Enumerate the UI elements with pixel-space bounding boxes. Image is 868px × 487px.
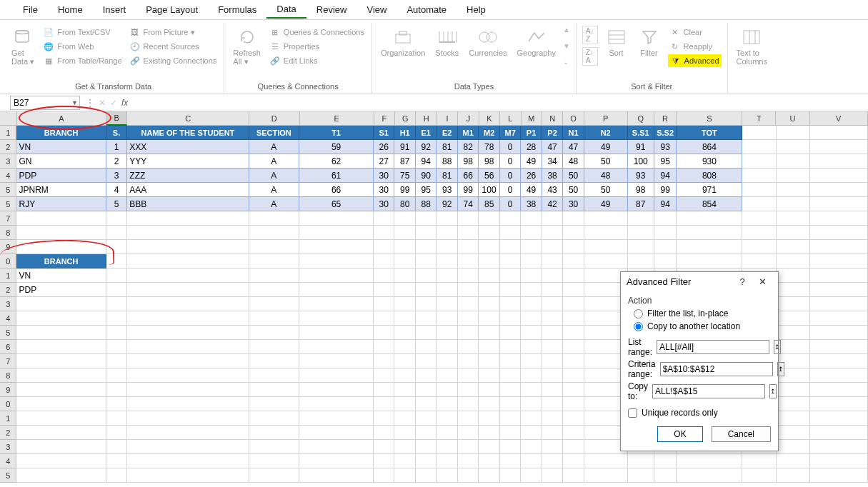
cell[interactable] bbox=[542, 297, 563, 311]
cell[interactable] bbox=[584, 254, 628, 268]
cell[interactable] bbox=[299, 297, 374, 311]
cell[interactable]: 95 bbox=[654, 154, 677, 169]
cell[interactable] bbox=[374, 426, 394, 440]
cell[interactable] bbox=[521, 340, 542, 354]
cell[interactable]: 3 bbox=[106, 169, 127, 183]
cell[interactable] bbox=[249, 368, 300, 383]
cell[interactable] bbox=[563, 311, 584, 326]
cell[interactable] bbox=[394, 454, 415, 468]
cell[interactable] bbox=[777, 140, 810, 154]
cell[interactable] bbox=[521, 354, 542, 368]
cell[interactable] bbox=[394, 426, 415, 440]
cell[interactable]: BRANCH bbox=[16, 126, 106, 140]
cell[interactable] bbox=[16, 226, 106, 240]
colhdr-E[interactable]: E bbox=[300, 111, 374, 126]
cell[interactable] bbox=[299, 340, 374, 354]
rowhdr[interactable]: 2 bbox=[0, 140, 16, 154]
cell[interactable] bbox=[479, 368, 499, 383]
cell[interactable]: 50 bbox=[584, 183, 628, 197]
cell[interactable]: YYY bbox=[127, 154, 249, 169]
cell[interactable] bbox=[394, 383, 415, 397]
criteria-range-input[interactable] bbox=[660, 362, 773, 376]
colhdr-C[interactable]: C bbox=[127, 111, 249, 126]
cell[interactable] bbox=[742, 211, 776, 226]
cell[interactable] bbox=[500, 268, 521, 283]
cell[interactable] bbox=[127, 283, 249, 297]
cell[interactable] bbox=[742, 468, 776, 483]
cell[interactable] bbox=[16, 354, 106, 368]
rowhdr[interactable]: 2 bbox=[0, 426, 16, 440]
cell[interactable]: 66 bbox=[458, 169, 479, 183]
cell[interactable]: 90 bbox=[416, 169, 437, 183]
cell[interactable]: JPNRM bbox=[16, 183, 106, 197]
cell[interactable]: 98 bbox=[479, 154, 499, 169]
stocks-button[interactable]: Stocks bbox=[432, 26, 462, 59]
cell[interactable] bbox=[106, 226, 127, 240]
cell[interactable] bbox=[458, 397, 479, 411]
cell[interactable] bbox=[106, 440, 127, 454]
rowhdr[interactable]: 9 bbox=[0, 383, 16, 397]
queries-connections-button[interactable]: ⊞Queries & Connections bbox=[268, 26, 366, 39]
rowhdr[interactable]: 3 bbox=[0, 440, 16, 454]
cell[interactable]: H1 bbox=[394, 126, 415, 140]
cell[interactable] bbox=[458, 411, 479, 426]
cell[interactable] bbox=[374, 254, 394, 268]
cell[interactable] bbox=[16, 397, 106, 411]
cell[interactable] bbox=[521, 283, 542, 297]
cell[interactable] bbox=[437, 226, 457, 240]
collapse-icon[interactable]: ↥ bbox=[769, 384, 777, 398]
cell[interactable] bbox=[563, 226, 584, 240]
existing-connections-button[interactable]: 🔗Existing Connections bbox=[128, 54, 219, 67]
cell[interactable]: 94 bbox=[654, 169, 677, 183]
cell[interactable] bbox=[677, 254, 742, 268]
cell[interactable] bbox=[106, 326, 127, 340]
cell[interactable] bbox=[416, 383, 437, 397]
rowhdr[interactable]: 2 bbox=[0, 283, 16, 297]
rowhdr[interactable]: 9 bbox=[0, 240, 16, 254]
cell[interactable] bbox=[16, 240, 106, 254]
cell[interactable] bbox=[542, 440, 563, 454]
rowhdr[interactable]: 3 bbox=[0, 154, 16, 169]
cell[interactable]: 75 bbox=[394, 169, 415, 183]
cell[interactable] bbox=[563, 426, 584, 440]
colhdr-S[interactable]: S bbox=[677, 111, 742, 126]
cell[interactable]: 34 bbox=[542, 154, 563, 169]
cell[interactable] bbox=[16, 440, 106, 454]
cell[interactable] bbox=[458, 454, 479, 468]
cell[interactable] bbox=[563, 354, 584, 368]
cell[interactable] bbox=[677, 454, 742, 468]
cell[interactable] bbox=[500, 226, 521, 240]
cell[interactable] bbox=[500, 326, 521, 340]
cell[interactable] bbox=[677, 211, 742, 226]
cell[interactable] bbox=[810, 311, 868, 326]
cell[interactable]: 27 bbox=[374, 154, 394, 169]
cell[interactable] bbox=[299, 240, 374, 254]
cell[interactable]: 99 bbox=[654, 183, 677, 197]
cell[interactable] bbox=[742, 183, 776, 197]
cell[interactable] bbox=[394, 240, 415, 254]
cell[interactable] bbox=[458, 440, 479, 454]
cell[interactable]: RJY bbox=[16, 197, 106, 211]
cell[interactable]: 47 bbox=[542, 140, 563, 154]
cell[interactable] bbox=[416, 283, 437, 297]
cell[interactable]: 88 bbox=[416, 197, 437, 211]
colhdr-K[interactable]: K bbox=[479, 111, 500, 126]
cell[interactable] bbox=[521, 254, 542, 268]
cell[interactable] bbox=[299, 440, 374, 454]
cell[interactable] bbox=[810, 169, 868, 183]
cell[interactable] bbox=[628, 468, 654, 483]
cell[interactable] bbox=[249, 240, 300, 254]
cell[interactable] bbox=[249, 340, 300, 354]
cell[interactable]: 100 bbox=[479, 183, 499, 197]
cell[interactable]: 854 bbox=[677, 197, 742, 211]
cell[interactable] bbox=[374, 440, 394, 454]
colhdr-B[interactable]: B bbox=[106, 111, 127, 126]
colhdr-F[interactable]: F bbox=[374, 111, 395, 126]
rowhdr[interactable]: 0 bbox=[0, 397, 16, 411]
cell[interactable] bbox=[458, 368, 479, 383]
cell[interactable]: T1 bbox=[299, 126, 374, 140]
cell[interactable] bbox=[500, 411, 521, 426]
cell[interactable] bbox=[416, 240, 437, 254]
cell[interactable] bbox=[299, 283, 374, 297]
cell[interactable]: 56 bbox=[479, 169, 499, 183]
